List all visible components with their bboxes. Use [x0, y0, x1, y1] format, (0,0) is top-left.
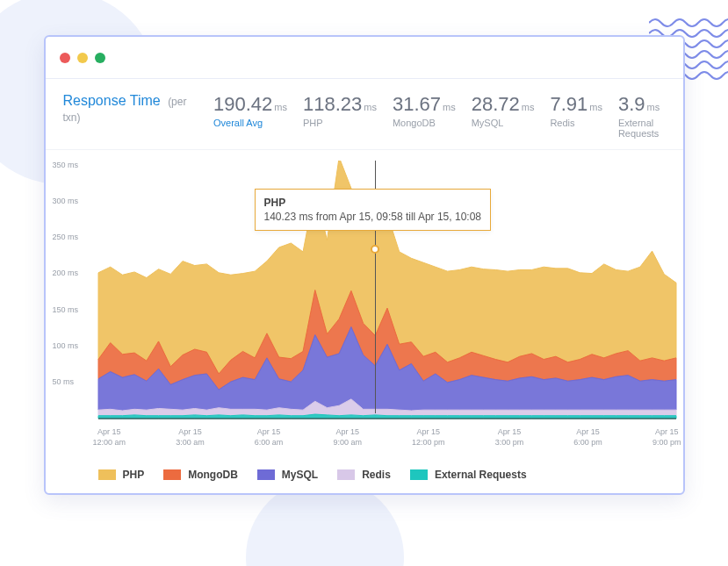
stat-external: 3.9ms External Requests — [618, 93, 666, 139]
app-window: Response Time (per txn) 190.42ms Overall… — [44, 35, 685, 495]
x-tick-label: Apr 1512:00 pm — [412, 427, 445, 448]
stat-redis: 7.91ms Redis — [550, 93, 602, 139]
legend-item-external[interactable]: External Requests — [410, 469, 527, 481]
x-tick-label: Apr 153:00 pm — [495, 427, 524, 448]
swatch-icon — [98, 469, 116, 480]
x-tick-label: Apr 159:00 am — [333, 427, 362, 448]
y-tick-label: 250 ms — [53, 233, 79, 241]
legend-item-redis[interactable]: Redis — [337, 469, 391, 481]
x-tick-label: Apr 153:00 am — [176, 427, 205, 448]
x-tick-label: Apr 156:00 pm — [573, 427, 602, 448]
y-tick-label: 350 ms — [53, 161, 79, 169]
chart-area[interactable]: 350 ms300 ms250 ms200 ms150 ms100 ms50 m… — [46, 150, 683, 460]
chart-legend: PHP MongoDB MySQL Redis External Request… — [46, 460, 683, 493]
swatch-icon — [410, 469, 428, 480]
chart-tooltip: PHP 140.23 ms from Apr 15, 09:58 till Ap… — [255, 189, 491, 231]
legend-item-mongodb[interactable]: MongoDB — [163, 469, 238, 481]
tooltip-title: PHP — [264, 197, 481, 209]
stat-mysql: 28.72ms MySQL — [472, 93, 535, 139]
page-title: Response Time (per txn) — [63, 93, 198, 125]
stat-overall: 190.42ms Overall Avg — [213, 93, 287, 139]
x-tick-label: Apr 156:00 am — [255, 427, 284, 448]
stat-mongodb: 31.67ms MongoDB — [393, 93, 456, 139]
close-icon[interactable] — [60, 53, 70, 63]
chart-crosshair-marker — [371, 245, 379, 254]
stat-php: 118.23ms PHP — [303, 93, 377, 139]
y-tick-label: 50 ms — [53, 377, 75, 386]
legend-item-mysql[interactable]: MySQL — [257, 469, 318, 481]
y-tick-label: 200 ms — [53, 269, 79, 277]
x-tick-label: Apr 1512:00 am — [93, 427, 126, 448]
y-tick-label: 150 ms — [53, 305, 79, 314]
stats-header: Response Time (per txn) 190.42ms Overall… — [46, 79, 683, 150]
x-tick-label: Apr 159:00 pm — [652, 427, 681, 448]
swatch-icon — [257, 469, 275, 480]
legend-item-php[interactable]: PHP — [98, 469, 145, 481]
title-text: Response Time — [63, 93, 161, 108]
minimize-icon[interactable] — [77, 53, 88, 63]
swatch-icon — [163, 469, 181, 480]
x-axis-ticks: Apr 1512:00 amApr 153:00 amApr 156:00 am… — [93, 424, 681, 455]
maximize-icon[interactable] — [95, 53, 105, 63]
window-titlebar — [46, 37, 683, 79]
y-tick-label: 100 ms — [53, 341, 79, 350]
tooltip-body: 140.23 ms from Apr 15, 09:58 till Apr 15… — [264, 211, 481, 223]
y-tick-label: 300 ms — [53, 197, 79, 205]
swatch-icon — [337, 469, 355, 480]
